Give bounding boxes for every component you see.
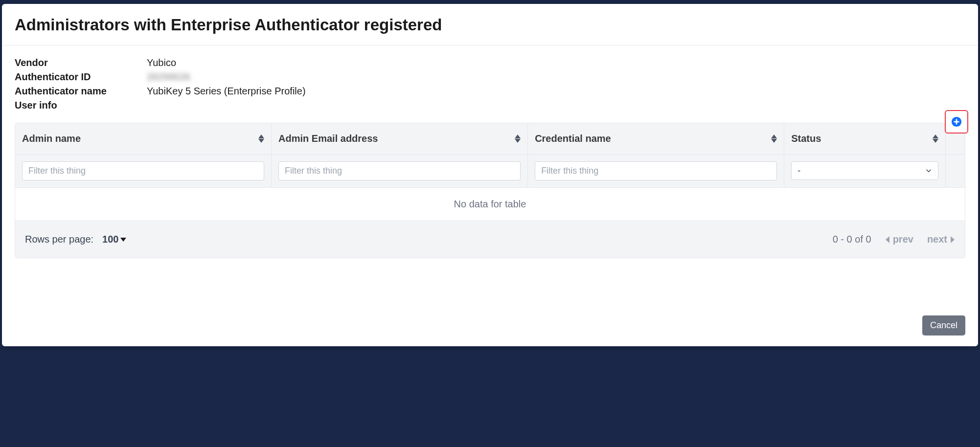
chevron-left-icon <box>885 236 890 243</box>
column-label: Credential name <box>535 133 611 144</box>
table-header-row: Admin name Admin Email address Credentia… <box>15 123 965 154</box>
prev-label: prev <box>893 234 913 245</box>
svg-marker-9 <box>933 134 938 138</box>
svg-marker-8 <box>771 139 777 143</box>
svg-marker-5 <box>515 134 521 138</box>
svg-rect-2 <box>954 121 959 123</box>
authenticator-id-value: 28299026 <box>147 71 965 83</box>
next-label: next <box>927 234 947 245</box>
table-container: Admin name Admin Email address Credentia… <box>15 123 965 258</box>
column-header-credential-name[interactable]: Credential name <box>528 123 784 154</box>
svg-marker-7 <box>771 134 777 138</box>
column-header-status[interactable]: Status <box>784 123 946 154</box>
column-label: Admin Email address <box>278 133 378 144</box>
chevron-right-icon <box>950 236 955 243</box>
filter-input-credential-name[interactable] <box>535 161 777 180</box>
add-button[interactable] <box>945 110 968 134</box>
rows-per-page: Rows per page: 100 <box>25 234 126 245</box>
pagination-row: Rows per page: 100 0 - 0 of 0 prev next <box>15 221 965 258</box>
page-range: 0 - 0 of 0 <box>833 234 871 245</box>
modal-title: Administrators with Enterprise Authentic… <box>15 16 965 34</box>
user-info-value <box>147 100 965 111</box>
cancel-button[interactable]: Cancel <box>922 315 965 335</box>
sort-icon <box>258 134 264 143</box>
filter-input-admin-name[interactable] <box>22 161 264 180</box>
authenticator-name-value: YubiKey 5 Series (Enterprise Profile) <box>147 86 965 97</box>
filter-row: - <box>15 154 965 187</box>
filter-input-admin-email[interactable] <box>278 161 521 180</box>
column-header-admin-email[interactable]: Admin Email address <box>272 123 528 154</box>
next-button[interactable]: next <box>927 234 955 245</box>
filter-cell-admin-email <box>272 155 528 187</box>
column-label: Admin name <box>22 133 81 144</box>
caret-down-icon <box>120 238 126 242</box>
prev-button[interactable]: prev <box>885 234 913 245</box>
add-button-wrapper <box>945 110 968 134</box>
modal-header: Administrators with Enterprise Authentic… <box>2 4 978 45</box>
vendor-label: Vendor <box>15 57 147 68</box>
rows-per-page-value: 100 <box>102 234 118 245</box>
no-data-message: No data for table <box>15 187 965 221</box>
svg-marker-10 <box>933 139 938 143</box>
sort-icon <box>933 134 938 143</box>
svg-marker-4 <box>258 139 264 143</box>
column-header-admin-name[interactable]: Admin name <box>15 123 272 154</box>
filter-cell-admin-name <box>15 155 272 187</box>
modal-footer: Cancel <box>2 307 978 346</box>
authenticator-name-label: Authenticator name <box>15 86 147 97</box>
svg-marker-12 <box>886 236 889 243</box>
svg-marker-3 <box>258 134 264 138</box>
column-label: Status <box>791 133 821 144</box>
svg-marker-11 <box>120 238 126 242</box>
sort-icon <box>515 134 521 143</box>
filter-cell-credential-name <box>528 155 784 187</box>
plus-circle-icon <box>951 116 962 127</box>
info-grid: Vendor Yubico Authenticator ID 28299026 … <box>15 57 965 111</box>
authenticator-id-label: Authenticator ID <box>15 71 147 83</box>
sort-icon <box>771 134 777 143</box>
modal-dialog: Administrators with Enterprise Authentic… <box>2 4 978 346</box>
modal-body: Vendor Yubico Authenticator ID 28299026 … <box>2 45 978 307</box>
rows-per-page-select[interactable]: 100 <box>102 234 126 245</box>
filter-select-status[interactable]: - <box>791 161 938 180</box>
vendor-value: Yubico <box>147 57 965 68</box>
svg-marker-6 <box>515 139 521 143</box>
page-controls: 0 - 0 of 0 prev next <box>833 234 955 245</box>
rows-per-page-label: Rows per page: <box>25 234 93 245</box>
svg-marker-13 <box>951 236 955 243</box>
filter-spacer <box>946 155 965 187</box>
user-info-label: User info <box>15 100 147 111</box>
filter-cell-status: - <box>784 155 946 187</box>
